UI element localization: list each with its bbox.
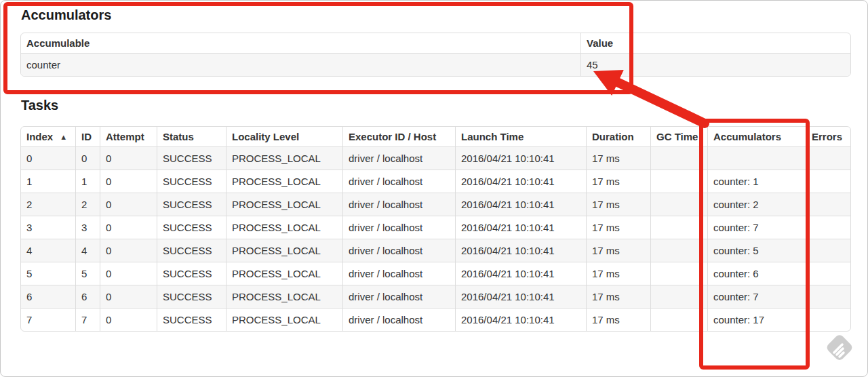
cell-id: 3 [75, 216, 100, 239]
cell-launch-time: 2016/04/21 10:10:41 [455, 147, 586, 170]
cell-duration: 17 ms [586, 147, 650, 170]
cell-accumulators: counter: 6 [707, 262, 806, 285]
cell-status: SUCCESS [157, 193, 226, 216]
cell-status: SUCCESS [157, 239, 226, 262]
page-content: Accumulators Accumulable Value counter 4… [1, 1, 867, 332]
id-column-header[interactable]: ID [75, 127, 100, 147]
cell-id: 0 [75, 147, 100, 170]
executor-id-host-column-header[interactable]: Executor ID / Host [342, 127, 455, 147]
attempt-column-header[interactable]: Attempt [100, 127, 157, 147]
cell-attempt: 0 [100, 193, 157, 216]
tasks-header-row: Index▲ ID Attempt Status Locality Level … [21, 127, 850, 147]
cell-attempt: 0 [100, 170, 157, 193]
cell-index: 1 [21, 170, 75, 193]
accumulators-header-row: Accumulable Value [21, 33, 850, 54]
cell-accumulators: counter: 7 [707, 285, 806, 309]
cell-gc-time [650, 147, 707, 170]
cell-attempt: 0 [100, 309, 157, 331]
cell-executor-id-host: driver / localhost [342, 309, 455, 331]
cell-status: SUCCESS [157, 262, 226, 285]
cell-executor-id-host: driver / localhost [342, 193, 455, 216]
cell-errors [806, 147, 850, 170]
errors-column-header[interactable]: Errors [806, 127, 850, 147]
cell-attempt: 0 [100, 262, 157, 285]
cell-launch-time: 2016/04/21 10:10:41 [455, 170, 586, 193]
cell-executor-id-host: driver / localhost [342, 170, 455, 193]
cell-attempt: 0 [100, 285, 157, 309]
cell-locality-level: PROCESS_LOCAL [226, 262, 342, 285]
cell-gc-time [650, 193, 707, 216]
status-column-header[interactable]: Status [157, 127, 226, 147]
cell-gc-time [650, 309, 707, 331]
cell-locality-level: PROCESS_LOCAL [226, 216, 342, 239]
accumulator-row: counter 45 [21, 54, 850, 76]
cell-errors [806, 262, 850, 285]
accumulators-column-header[interactable]: Accumulators [707, 127, 806, 147]
cell-errors [806, 239, 850, 262]
task-row: 1 1 0 SUCCESS PROCESS_LOCAL driver / loc… [21, 170, 850, 193]
cell-status: SUCCESS [157, 216, 226, 239]
tasks-table: Index▲ ID Attempt Status Locality Level … [20, 126, 851, 332]
locality-level-column-header[interactable]: Locality Level [226, 127, 342, 147]
cell-launch-time: 2016/04/21 10:10:41 [455, 193, 586, 216]
task-row: 4 4 0 SUCCESS PROCESS_LOCAL driver / loc… [21, 239, 850, 262]
cell-index: 6 [21, 285, 75, 309]
cell-gc-time [650, 262, 707, 285]
task-row: 5 5 0 SUCCESS PROCESS_LOCAL driver / loc… [21, 262, 850, 285]
accumulable-cell: counter [21, 54, 580, 76]
cell-id: 4 [75, 239, 100, 262]
cell-launch-time: 2016/04/21 10:10:41 [455, 262, 586, 285]
cell-launch-time: 2016/04/21 10:10:41 [455, 285, 586, 309]
cell-accumulators: counter: 5 [707, 239, 806, 262]
cell-locality-level: PROCESS_LOCAL [226, 170, 342, 193]
cell-errors [806, 170, 850, 193]
cell-index: 0 [21, 147, 75, 170]
accumulators-section-title: Accumulators [21, 7, 867, 22]
gc-time-column-header[interactable]: GC Time [650, 127, 707, 147]
duration-column-header[interactable]: Duration [586, 127, 650, 147]
cell-locality-level: PROCESS_LOCAL [226, 147, 342, 170]
accumulators-table: Accumulable Value counter 45 [20, 33, 851, 77]
cell-id: 1 [75, 170, 100, 193]
cell-locality-level: PROCESS_LOCAL [226, 239, 342, 262]
cell-errors [806, 216, 850, 239]
cell-executor-id-host: driver / localhost [342, 285, 455, 309]
cell-index: 5 [21, 262, 75, 285]
cell-gc-time [650, 285, 707, 309]
index-header-label: Index [26, 131, 53, 142]
cell-duration: 17 ms [586, 239, 650, 262]
index-column-header[interactable]: Index▲ [21, 127, 75, 147]
cell-launch-time: 2016/04/21 10:10:41 [455, 309, 586, 331]
cell-index: 3 [21, 216, 75, 239]
cell-attempt: 0 [100, 216, 157, 239]
cell-duration: 17 ms [586, 262, 650, 285]
watermark-feedly-icon [823, 332, 856, 365]
cell-errors [806, 309, 850, 331]
accumulable-column-header[interactable]: Accumulable [21, 33, 580, 54]
launch-time-column-header[interactable]: Launch Time [455, 127, 586, 147]
cell-launch-time: 2016/04/21 10:10:41 [455, 239, 586, 262]
cell-launch-time: 2016/04/21 10:10:41 [455, 216, 586, 239]
cell-duration: 17 ms [586, 170, 650, 193]
cell-errors [806, 285, 850, 309]
cell-status: SUCCESS [157, 309, 226, 331]
cell-duration: 17 ms [586, 285, 650, 309]
cell-gc-time [650, 216, 707, 239]
cell-status: SUCCESS [157, 170, 226, 193]
cell-executor-id-host: driver / localhost [342, 262, 455, 285]
cell-id: 6 [75, 285, 100, 309]
cell-gc-time [650, 170, 707, 193]
cell-attempt: 0 [100, 147, 157, 170]
cell-attempt: 0 [100, 239, 157, 262]
task-row: 0 0 0 SUCCESS PROCESS_LOCAL driver / loc… [21, 147, 850, 170]
cell-locality-level: PROCESS_LOCAL [226, 285, 342, 309]
sort-asc-icon: ▲ [60, 133, 67, 141]
cell-locality-level: PROCESS_LOCAL [226, 193, 342, 216]
accumulator-value-cell: 45 [580, 54, 850, 76]
value-column-header[interactable]: Value [580, 33, 850, 54]
cell-status: SUCCESS [157, 147, 226, 170]
cell-accumulators: counter: 2 [707, 193, 806, 216]
cell-duration: 17 ms [586, 193, 650, 216]
cell-accumulators: counter: 17 [707, 309, 806, 331]
cell-accumulators [707, 147, 806, 170]
